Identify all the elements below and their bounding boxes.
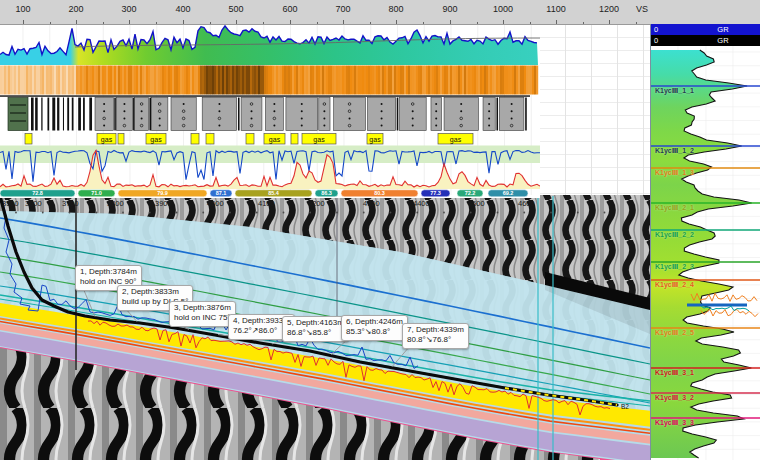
ruler-tick-mark: [503, 20, 504, 24]
gr-scale-min: 0: [654, 35, 658, 46]
trajectory-annotation[interactable]: 5, Depth:4163m86.8°↘85.8°: [282, 316, 349, 342]
log-tracks[interactable]: gasgasgasgasgasgas72.871.079.987.185.486…: [0, 24, 540, 198]
gr-curve-name: GR: [717, 24, 728, 35]
formation-top-label[interactable]: K1ycⅢ_2_4: [655, 281, 694, 289]
md-depth-label: 4100: [258, 199, 275, 208]
annotation-note: 86.8°↘85.8°: [287, 328, 344, 338]
ruler-minor-tick: [477, 22, 478, 24]
ruler-tick: 700: [335, 4, 350, 14]
formation-top-label[interactable]: K1ycⅢ_3_2: [655, 394, 694, 402]
interval-value: 71.0: [91, 190, 102, 196]
ruler-tick: 200: [68, 4, 83, 14]
trajectory-annotation[interactable]: 7, Depth:4339m80.8°↘76.8°: [402, 323, 469, 349]
interval-value: 87.1: [216, 190, 227, 196]
md-depth-label: 3600: [25, 199, 42, 208]
gas-show-marker: [291, 134, 298, 145]
md-depth-label: 3800: [107, 199, 124, 208]
formation-top-label[interactable]: K1ycⅢ_1_3: [655, 169, 694, 177]
ruler-tick: 600: [282, 4, 297, 14]
ruler-tick-mark: [450, 20, 451, 24]
annotation-depth: 2, Depth:3833m: [122, 287, 188, 297]
trajectory-annotation[interactable]: 6, Depth:4246m85.3°↘80.8°: [341, 315, 408, 341]
gas-show-label: gas: [313, 136, 325, 144]
gr-curve-name: GR: [717, 35, 728, 46]
well-section-window: B235003600370038003900400041004200430044…: [0, 0, 760, 460]
ruler-minor-tick: [263, 22, 264, 24]
gas-show-marker: [246, 134, 254, 145]
annotation-depth: 5, Depth:4163m: [287, 318, 344, 328]
ruler-minor-tick: [583, 22, 584, 24]
ruler-tick-mark: [236, 20, 237, 24]
ruler-minor-tick: [423, 22, 424, 24]
ruler-minor-tick: [370, 22, 371, 24]
md-depth-label: 4300: [363, 199, 380, 208]
md-depth-label: 4200: [308, 199, 325, 208]
annotation-note: 85.3°↘80.8°: [346, 327, 403, 337]
gas-show-label: gas: [450, 136, 462, 144]
md-depth-label: 4400: [413, 199, 430, 208]
ruler-unit-label: VS: [636, 4, 648, 14]
md-depth-label: 4000: [207, 199, 224, 208]
gr-track-panel[interactable]: 0 GR 0 GR K1ycⅢ_1_1K1ycⅢ_1_2K1ycⅢ_1_3K1y…: [650, 24, 760, 460]
interval-value: 79.9: [157, 190, 168, 196]
formation-top-label[interactable]: K1ycⅢ_3_1: [655, 369, 694, 377]
gas-show-label: gas: [369, 136, 381, 144]
ruler-tick: 1200: [599, 4, 619, 14]
gr-track-header[interactable]: 0 GR: [651, 35, 760, 46]
interval-value: 72.2: [465, 190, 476, 196]
interval-value: 69.2: [503, 190, 514, 196]
gas-show-label: gas: [150, 136, 162, 144]
md-depth-label: 3900: [155, 199, 172, 208]
ruler-tick-mark: [183, 20, 184, 24]
annotation-note: 80.8°↘76.8°: [407, 335, 464, 345]
formation-top-label[interactable]: K1ycⅢ_2_5: [655, 329, 694, 337]
formation-top-label[interactable]: K1ycⅢ_3_3: [655, 419, 694, 427]
md-depth-label: 4500: [468, 199, 485, 208]
ruler-minor-tick: [636, 22, 637, 24]
ruler-tick-mark: [396, 20, 397, 24]
ruler-tick: 1100: [546, 4, 565, 14]
formation-top-label[interactable]: K1ycⅢ_1_2: [655, 147, 694, 155]
annotation-depth: 6, Depth:4246m: [346, 317, 403, 327]
vs-ruler[interactable]: VS 1002003004005006007008009001000110012…: [0, 0, 760, 25]
ruler-minor-tick: [210, 22, 211, 24]
annotation-depth: 3, Depth:3876m: [174, 303, 231, 313]
ruler-tick: 300: [121, 4, 136, 14]
formation-top-label[interactable]: K1ycⅢ_2_2: [655, 231, 694, 239]
ruler-minor-tick: [530, 22, 531, 24]
ruler-tick: 100: [15, 4, 30, 14]
annotation-depth: 1, Depth:3784m: [80, 267, 137, 277]
ruler-tick-mark: [23, 20, 24, 24]
gas-show-label: gas: [269, 136, 281, 144]
ruler-minor-tick: [156, 22, 157, 24]
md-depth-label: 3700: [62, 199, 79, 208]
empty-grid-area: [540, 25, 650, 195]
gas-show-marker: [191, 134, 199, 145]
ruler-tick: 800: [388, 4, 403, 14]
gas-show-label: gas: [101, 136, 113, 144]
interval-value: 72.8: [32, 190, 43, 196]
ruler-tick-mark: [609, 20, 610, 24]
ruler-tick-mark: [556, 20, 557, 24]
gas-show-marker: [118, 134, 124, 145]
interval-value: 80.3: [374, 190, 385, 196]
interval-value: 77.3: [430, 190, 441, 196]
ruler-minor-tick: [50, 22, 51, 24]
formation-top-label[interactable]: K1ycⅢ_2_1: [655, 204, 694, 212]
well-end-label: B2: [621, 403, 629, 410]
ruler-tick-mark: [129, 20, 130, 24]
annotation-note: hold on INC 75°: [174, 313, 231, 323]
formation-top-label[interactable]: K1ycⅢ_2_3: [655, 263, 694, 271]
md-depth-label: 4600: [518, 199, 535, 208]
gas-show-marker: [25, 134, 32, 145]
gr-track-header[interactable]: 0 GR: [651, 24, 760, 35]
gas-show-marker: [206, 134, 214, 145]
formation-top-label[interactable]: K1ycⅢ_1_1: [655, 87, 694, 95]
ruler-minor-tick: [103, 22, 104, 24]
gr-scale-min: 0: [654, 24, 658, 35]
interval-value: 85.4: [268, 190, 280, 196]
ruler-tick-mark: [76, 20, 77, 24]
ruler-tick-mark: [343, 20, 344, 24]
md-depth-label: 3500: [2, 199, 19, 208]
trajectory-annotation[interactable]: 3, Depth:3876mhold on INC 75°: [169, 301, 236, 327]
